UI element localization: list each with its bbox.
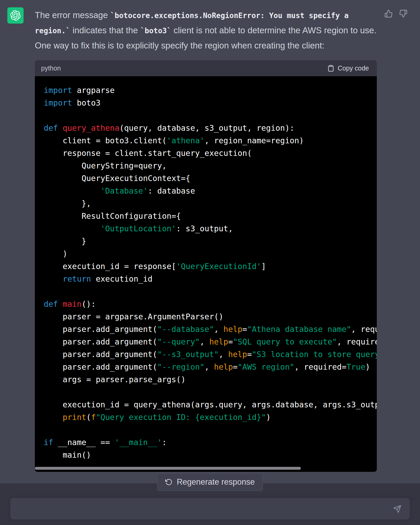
thumbs-up-button[interactable] — [384, 9, 393, 18]
send-button[interactable] — [392, 504, 402, 514]
code-line: QueryExecutionContext={ — [44, 172, 377, 185]
horizontal-scrollbar-thumb[interactable] — [35, 467, 301, 470]
message-content: The error message `botocore.exceptions.N… — [35, 8, 377, 472]
code-line — [44, 285, 377, 298]
message-actions — [384, 9, 408, 18]
copy-code-label: Copy code — [338, 64, 369, 72]
code-line: execution_id = query_athena(args.query, … — [44, 398, 377, 411]
regenerate-label: Regenerate response — [177, 477, 255, 487]
copy-code-button[interactable]: Copy code — [326, 64, 371, 72]
regenerate-button[interactable]: Regenerate response — [157, 473, 263, 491]
text-segment: The error message — [35, 10, 110, 20]
code-line: parser.add_argument("--database", help="… — [44, 323, 377, 336]
text-segment: indicates that the — [70, 25, 140, 35]
message-text: The error message `botocore.exceptions.N… — [35, 8, 377, 53]
code-line: ResultConfiguration={ — [44, 210, 377, 222]
code-block-header: python Copy code — [35, 60, 377, 76]
code-line: execution_id = response['QueryExecutionI… — [44, 260, 377, 273]
code-line: import boto3 — [44, 97, 377, 109]
code-line: parser = argparse.ArgumentParser() — [44, 310, 377, 323]
code-line: client = boto3.client('athena', region_n… — [44, 134, 377, 147]
code-line: ) — [44, 248, 377, 260]
code-line: }, — [44, 197, 377, 210]
code-line: main() — [44, 449, 377, 461]
code-line: QueryString=query, — [44, 160, 377, 172]
code-line: print(f"Query execution ID: {execution_i… — [44, 411, 377, 424]
code-line — [44, 424, 377, 436]
chat-input[interactable] — [10, 498, 410, 519]
code-line: parser.add_argument("--query", help="SQL… — [44, 336, 377, 348]
refresh-icon — [165, 478, 173, 486]
chat-input-container — [10, 498, 410, 520]
code-line: import argparse — [44, 84, 377, 97]
clipboard-icon — [327, 65, 334, 72]
code-line: } — [44, 235, 377, 248]
code-block: python Copy code import argparseimport b… — [35, 60, 377, 472]
code-language-label: python — [41, 64, 61, 72]
code-line — [44, 386, 377, 398]
code-line: response = client.start_query_execution( — [44, 147, 377, 160]
code-line: parser.add_argument("--s3_output", help=… — [44, 348, 377, 361]
code-line: return execution_id — [44, 273, 377, 285]
code-line: args = parser.parse_args() — [44, 373, 377, 386]
code-line — [44, 109, 377, 122]
thumbs-down-button[interactable] — [399, 9, 408, 18]
code-line: 'OutputLocation': s3_output, — [44, 222, 377, 235]
code-line: parser.add_argument("--region", help="AW… — [44, 361, 377, 373]
code-line: def query_athena(query, database, s3_out… — [44, 122, 377, 134]
code-line: 'Database': database — [44, 185, 377, 197]
code-line: if __name__ == '__main__': — [44, 436, 377, 449]
thumbs-down-icon — [399, 9, 407, 18]
code-line: def main(): — [44, 298, 377, 310]
assistant-avatar — [7, 7, 24, 24]
code-content: import argparseimport boto3 def query_at… — [35, 76, 377, 472]
thumbs-up-icon — [384, 9, 393, 18]
assistant-message: The error message `botocore.exceptions.N… — [0, 0, 420, 483]
inline-code: `boto3` — [140, 26, 171, 35]
openai-logo-icon — [10, 10, 21, 21]
paper-plane-icon — [393, 505, 401, 513]
